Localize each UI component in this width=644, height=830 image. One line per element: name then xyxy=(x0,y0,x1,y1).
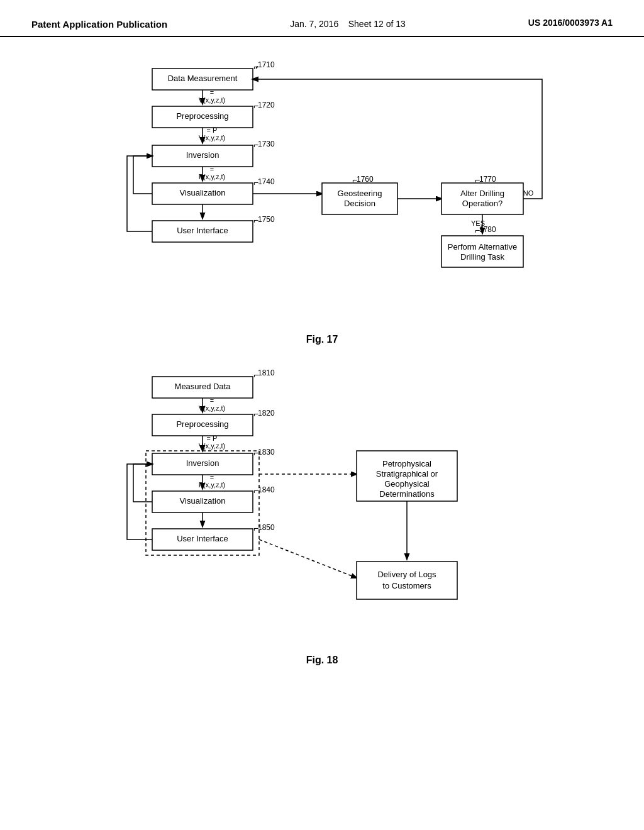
svg-text:⌐: ⌐ xyxy=(475,225,480,235)
main-content: Data Measurement 1710 ⌐ = V(x,y,z,t) Pre… xyxy=(0,37,644,704)
label-1820: Preprocessing xyxy=(176,419,228,429)
svg-text:⌐: ⌐ xyxy=(352,175,357,185)
svg-text:= P: = P xyxy=(207,126,218,134)
svg-line-41 xyxy=(259,540,357,578)
label-1760: Geosteering xyxy=(338,189,382,198)
label-1860d: Determinations xyxy=(379,489,435,499)
label-1870a: Delivery of Logs xyxy=(377,570,436,579)
num-1830: 1830 xyxy=(258,448,275,456)
label-1750: User Interface xyxy=(177,226,228,235)
label-1860b: Stratigraphical or xyxy=(376,469,438,479)
label-1810: Measured Data xyxy=(175,382,231,391)
svg-text:⌐: ⌐ xyxy=(253,523,258,533)
svg-text:⌐: ⌐ xyxy=(253,177,258,187)
svg-text:V(x,y,z,t): V(x,y,z,t) xyxy=(199,96,226,104)
label-1850: User Interface xyxy=(177,534,228,543)
svg-text:⌐: ⌐ xyxy=(253,448,258,458)
svg-text:NO: NO xyxy=(523,189,534,197)
num-1710: 1710 xyxy=(258,60,275,69)
svg-text:=: = xyxy=(210,165,214,173)
label-1830: Inversion xyxy=(186,458,219,468)
num-1810: 1810 xyxy=(258,368,275,377)
num-1850: 1850 xyxy=(258,523,275,532)
label-1770b: Operation? xyxy=(462,199,502,208)
svg-text:=: = xyxy=(210,89,214,96)
num-1750: 1750 xyxy=(258,215,275,224)
svg-text:⌐: ⌐ xyxy=(475,175,480,185)
num-1840: 1840 xyxy=(258,485,275,494)
label-1760b: Decision xyxy=(344,199,375,208)
fig17-label: Fig. 17 xyxy=(38,334,606,345)
label-1860c: Geophysical xyxy=(384,479,430,489)
num-1770: 1770 xyxy=(479,175,496,184)
box-1870 xyxy=(357,562,457,599)
label-1740: Visualization xyxy=(180,188,226,197)
figure-18-section: Measured Data 1810 ⌐ = V(x,y,z,t) Prepro… xyxy=(38,364,606,666)
label-1710: Data Measurement xyxy=(168,74,238,83)
label-1730: Inversion xyxy=(186,150,219,160)
svg-text:⌐: ⌐ xyxy=(253,101,258,111)
svg-text:⌐: ⌐ xyxy=(253,485,258,495)
svg-text:⌐: ⌐ xyxy=(253,370,258,380)
svg-text:⌐: ⌐ xyxy=(253,215,258,225)
label-1770: Alter Drilling xyxy=(460,189,504,198)
label-1840: Visualization xyxy=(180,496,226,506)
label-1780: Perform Alternative xyxy=(448,242,518,252)
label-1720: Preprocessing xyxy=(176,111,228,121)
header-date-sheet: Jan. 7, 2016 Sheet 12 of 13 xyxy=(290,18,406,31)
svg-text:P(x,y,z,t): P(x,y,z,t) xyxy=(199,481,226,489)
svg-text:⌐: ⌐ xyxy=(253,140,258,150)
fig18-label: Fig. 18 xyxy=(38,655,606,666)
num-1760: 1760 xyxy=(357,175,374,184)
svg-text:⌐: ⌐ xyxy=(253,62,258,72)
label-1870b: to Customers xyxy=(382,581,431,590)
svg-text:= P: = P xyxy=(207,434,218,442)
label-1860a: Petrophysical xyxy=(382,459,431,468)
figure-18-diagram: Measured Data 1810 ⌐ = V(x,y,z,t) Prepro… xyxy=(77,364,567,647)
svg-text:V(x,y,z,t): V(x,y,z,t) xyxy=(199,134,226,141)
publication-title: Patent Application Publication xyxy=(31,18,167,31)
svg-text:V(x,y,z,t): V(x,y,z,t) xyxy=(199,404,226,412)
page-header: Patent Application Publication Jan. 7, 2… xyxy=(0,0,644,37)
svg-text:=: = xyxy=(210,397,214,404)
label-1780b: Drilling Task xyxy=(460,252,504,262)
figure-17-diagram: Data Measurement 1710 ⌐ = V(x,y,z,t) Pre… xyxy=(77,56,567,326)
svg-text:P(x,y,z,t): P(x,y,z,t) xyxy=(199,173,226,180)
num-1740: 1740 xyxy=(258,177,275,186)
num-1720: 1720 xyxy=(258,101,275,109)
svg-text:=: = xyxy=(210,473,214,481)
patent-number: US 2016/0003973 A1 xyxy=(528,18,613,28)
num-1820: 1820 xyxy=(258,409,275,418)
svg-text:⌐: ⌐ xyxy=(253,409,258,419)
num-1730: 1730 xyxy=(258,140,275,148)
figure-17-section: Data Measurement 1710 ⌐ = V(x,y,z,t) Pre… xyxy=(38,56,606,345)
svg-text:V(x,y,z,t): V(x,y,z,t) xyxy=(199,442,226,450)
num-1780: 1780 xyxy=(479,225,496,234)
